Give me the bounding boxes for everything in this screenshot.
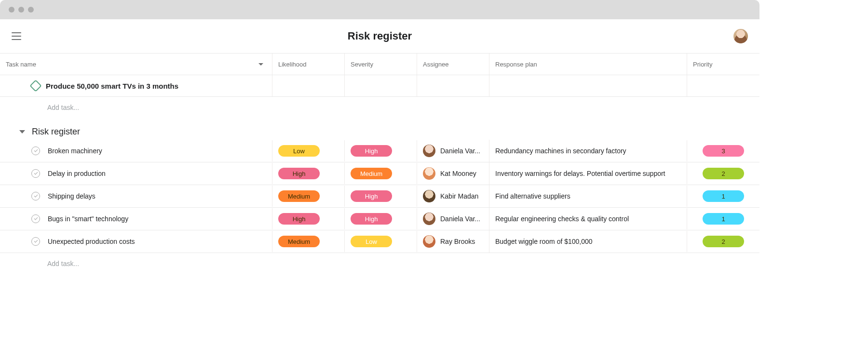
response-cell[interactable]: Regular engineering checks & quality con…: [489, 208, 687, 229]
column-header-severity[interactable]: Severity: [345, 53, 417, 75]
task-name-cell[interactable]: Bugs in "smart" technology: [0, 208, 272, 229]
response-text: Redundancy machines in secondary factory: [495, 147, 626, 155]
column-header-assignee[interactable]: Assignee: [417, 53, 489, 75]
task-name-cell[interactable]: Unexpected production costs: [0, 231, 272, 252]
likelihood-cell[interactable]: Medium: [272, 231, 345, 252]
severity-cell[interactable]: Medium: [345, 163, 417, 184]
add-task-label[interactable]: Add task...: [0, 253, 272, 274]
task-row[interactable]: Broken machinery Low High Daniela Var...…: [0, 140, 760, 162]
section-title: Risk register: [32, 127, 80, 137]
complete-check-icon[interactable]: [31, 192, 40, 200]
likelihood-pill: Medium: [278, 190, 320, 202]
priority-cell[interactable]: 1: [687, 208, 760, 229]
task-name-label: Shipping delays: [48, 192, 95, 200]
complete-check-icon[interactable]: [31, 214, 40, 223]
priority-cell[interactable]: 2: [687, 231, 760, 252]
window-titlebar: [0, 0, 760, 19]
likelihood-pill: High: [278, 168, 320, 179]
window-close-icon[interactable]: [9, 7, 14, 13]
complete-check-icon[interactable]: [31, 147, 40, 155]
add-task-row[interactable]: Add task...: [0, 253, 760, 274]
task-row[interactable]: Bugs in "smart" technology High High Dan…: [0, 208, 760, 230]
page-title: Risk register: [348, 30, 412, 42]
priority-cell[interactable]: 3: [687, 140, 760, 161]
caret-down-icon: [19, 130, 25, 133]
likelihood-cell[interactable]: High: [272, 163, 345, 184]
complete-check-icon[interactable]: [31, 169, 40, 178]
goal-icon: [29, 80, 41, 92]
add-task-label[interactable]: Add task...: [0, 97, 272, 118]
response-cell[interactable]: Budget wiggle room of $100,000: [489, 231, 687, 252]
task-name-label: Delay in production: [48, 170, 106, 177]
assignee-avatar-icon: [423, 235, 435, 248]
task-name-cell[interactable]: Shipping delays: [0, 186, 272, 207]
response-text: Find alternative suppliers: [495, 192, 570, 200]
task-grid: Task name Likelihood Severity Assignee R…: [0, 53, 760, 274]
assignee-cell[interactable]: Daniela Var...: [417, 208, 489, 230]
assignee-name-label: Daniela Var...: [440, 215, 480, 223]
likelihood-pill: High: [278, 213, 320, 225]
likelihood-cell[interactable]: High: [272, 208, 345, 229]
menu-icon[interactable]: [12, 32, 21, 40]
assignee-cell[interactable]: Kabir Madan: [417, 185, 489, 207]
severity-pill: High: [351, 190, 392, 202]
section-header[interactable]: Risk register: [0, 118, 760, 140]
severity-pill: Low: [351, 236, 392, 247]
assignee-avatar-icon: [423, 190, 435, 202]
likelihood-cell[interactable]: Medium: [272, 186, 345, 207]
task-row[interactable]: Delay in production High Medium Kat Moon…: [0, 162, 760, 185]
chevron-down-icon: [258, 63, 263, 66]
likelihood-pill: Low: [278, 145, 320, 157]
response-text: Regular engineering checks & quality con…: [495, 215, 629, 223]
severity-cell[interactable]: Low: [345, 231, 417, 252]
column-header-task[interactable]: Task name: [0, 53, 272, 75]
column-header-response[interactable]: Response plan: [489, 53, 687, 75]
user-avatar[interactable]: [733, 29, 748, 43]
assignee-name-label: Kabir Madan: [440, 192, 478, 200]
column-header-likelihood[interactable]: Likelihood: [272, 53, 345, 75]
window-zoom-icon[interactable]: [28, 7, 34, 13]
goal-title: Produce 50,000 smart TVs in 3 months: [46, 82, 178, 90]
add-task-row[interactable]: Add task...: [0, 97, 760, 118]
assignee-name-label: Ray Brooks: [440, 238, 475, 245]
assignee-cell[interactable]: Ray Brooks: [417, 230, 489, 253]
complete-check-icon[interactable]: [31, 237, 40, 246]
task-row[interactable]: Unexpected production costs Medium Low R…: [0, 230, 760, 253]
goal-row[interactable]: Produce 50,000 smart TVs in 3 months: [0, 75, 760, 97]
response-cell[interactable]: Inventory warnings for delays. Potential…: [489, 163, 687, 184]
likelihood-cell[interactable]: Low: [272, 140, 345, 161]
assignee-cell[interactable]: Daniela Var...: [417, 140, 489, 162]
task-name-label: Unexpected production costs: [48, 238, 135, 245]
assignee-avatar-icon: [423, 213, 435, 225]
likelihood-pill: Medium: [278, 236, 320, 247]
severity-pill: High: [351, 145, 392, 157]
priority-cell[interactable]: 1: [687, 186, 760, 207]
priority-pill: 1: [703, 213, 744, 225]
column-header-priority[interactable]: Priority: [687, 53, 760, 75]
response-cell[interactable]: Find alternative suppliers: [489, 186, 687, 207]
column-header-row: Task name Likelihood Severity Assignee R…: [0, 53, 760, 75]
assignee-avatar-icon: [423, 167, 435, 180]
task-name-label: Bugs in "smart" technology: [48, 215, 128, 223]
task-name-cell[interactable]: Broken machinery: [0, 140, 272, 161]
priority-cell[interactable]: 2: [687, 163, 760, 184]
window-minimize-icon[interactable]: [18, 7, 24, 13]
priority-pill: 2: [703, 168, 744, 179]
app-header: Risk register: [0, 19, 760, 53]
task-name-label: Broken machinery: [48, 147, 102, 155]
severity-cell[interactable]: High: [345, 140, 417, 161]
severity-pill: High: [351, 213, 392, 225]
column-header-task-label: Task name: [6, 61, 36, 68]
response-cell[interactable]: Redundancy machines in secondary factory: [489, 140, 687, 161]
response-text: Budget wiggle room of $100,000: [495, 238, 593, 245]
severity-cell[interactable]: High: [345, 186, 417, 207]
task-name-cell[interactable]: Delay in production: [0, 163, 272, 184]
assignee-name-label: Kat Mooney: [440, 170, 476, 177]
assignee-cell[interactable]: Kat Mooney: [417, 162, 489, 185]
severity-pill: Medium: [351, 168, 392, 179]
assignee-avatar-icon: [423, 145, 435, 157]
severity-cell[interactable]: High: [345, 208, 417, 229]
priority-pill: 2: [703, 236, 744, 247]
response-text: Inventory warnings for delays. Potential…: [495, 170, 665, 177]
task-row[interactable]: Shipping delays Medium High Kabir Madan …: [0, 185, 760, 208]
